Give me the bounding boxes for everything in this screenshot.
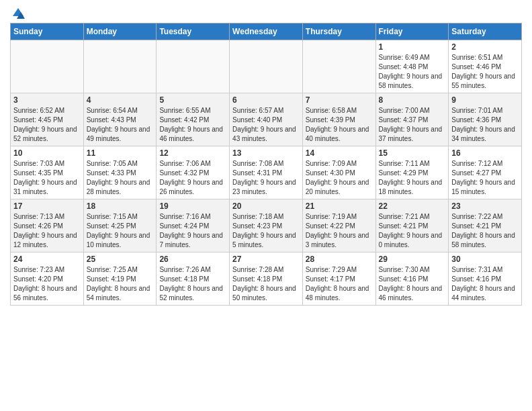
calendar-cell: 15Sunrise: 7:11 AM Sunset: 4:29 PM Dayli… [375,146,449,199]
day-number: 2 [451,42,519,52]
day-info: Sunrise: 7:01 AM Sunset: 4:36 PM Dayligh… [451,106,519,144]
day-number: 21 [306,201,373,211]
day-number: 14 [306,148,373,158]
day-info: Sunrise: 7:28 AM Sunset: 4:18 PM Dayligh… [232,265,300,303]
day-number: 6 [232,95,300,105]
calendar-cell: 28Sunrise: 7:29 AM Sunset: 4:17 PM Dayli… [302,253,375,306]
calendar-cell: 18Sunrise: 7:15 AM Sunset: 4:25 PM Dayli… [83,199,157,253]
day-info: Sunrise: 7:18 AM Sunset: 4:23 PM Dayligh… [232,212,300,250]
day-number: 16 [451,148,519,158]
calendar-week-row: 1Sunrise: 6:49 AM Sunset: 4:48 PM Daylig… [11,40,522,93]
day-info: Sunrise: 7:12 AM Sunset: 4:27 PM Dayligh… [451,159,519,197]
day-number: 4 [87,95,154,105]
calendar-cell: 10Sunrise: 7:03 AM Sunset: 4:35 PM Dayli… [11,146,84,199]
day-info: Sunrise: 7:08 AM Sunset: 4:31 PM Dayligh… [232,159,300,197]
calendar-cell: 12Sunrise: 7:06 AM Sunset: 4:32 PM Dayli… [157,146,230,199]
day-number: 26 [159,255,226,264]
day-info: Sunrise: 6:55 AM Sunset: 4:42 PM Dayligh… [159,106,226,144]
calendar-cell: 13Sunrise: 7:08 AM Sunset: 4:31 PM Dayli… [230,146,303,199]
day-number: 29 [379,255,446,264]
weekday-header: Saturday [449,24,522,40]
day-number: 11 [87,148,154,158]
calendar-week-row: 17Sunrise: 7:13 AM Sunset: 4:26 PM Dayli… [11,199,522,253]
calendar-cell: 11Sunrise: 7:05 AM Sunset: 4:33 PM Dayli… [83,146,157,199]
day-info: Sunrise: 6:52 AM Sunset: 4:45 PM Dayligh… [13,106,81,144]
calendar-cell: 17Sunrise: 7:13 AM Sunset: 4:26 PM Dayli… [11,199,84,253]
calendar-cell: 6Sunrise: 6:57 AM Sunset: 4:40 PM Daylig… [230,93,303,146]
calendar-cell: 7Sunrise: 6:58 AM Sunset: 4:39 PM Daylig… [302,93,375,146]
day-info: Sunrise: 6:51 AM Sunset: 4:46 PM Dayligh… [451,53,519,91]
day-info: Sunrise: 7:13 AM Sunset: 4:26 PM Dayligh… [13,212,81,250]
calendar-header: SundayMondayTuesdayWednesdayThursdayFrid… [11,24,522,40]
calendar-cell [83,40,157,93]
calendar-cell: 24Sunrise: 7:23 AM Sunset: 4:20 PM Dayli… [11,253,84,306]
day-info: Sunrise: 6:57 AM Sunset: 4:40 PM Dayligh… [232,106,300,144]
calendar-cell [230,40,303,93]
day-number: 12 [159,148,226,158]
day-info: Sunrise: 7:30 AM Sunset: 4:16 PM Dayligh… [379,265,446,303]
day-info: Sunrise: 7:16 AM Sunset: 4:24 PM Dayligh… [159,212,226,250]
calendar-cell [302,40,375,93]
calendar-week-row: 24Sunrise: 7:23 AM Sunset: 4:20 PM Dayli… [11,253,522,306]
weekday-header: Friday [375,24,449,40]
day-info: Sunrise: 7:06 AM Sunset: 4:32 PM Dayligh… [159,159,226,197]
calendar-cell [157,40,230,93]
calendar-cell: 8Sunrise: 7:00 AM Sunset: 4:37 PM Daylig… [375,93,449,146]
day-info: Sunrise: 7:26 AM Sunset: 4:18 PM Dayligh… [159,265,226,303]
calendar-week-row: 10Sunrise: 7:03 AM Sunset: 4:35 PM Dayli… [11,146,522,199]
calendar-cell: 20Sunrise: 7:18 AM Sunset: 4:23 PM Dayli… [230,199,303,253]
day-info: Sunrise: 7:11 AM Sunset: 4:29 PM Dayligh… [379,159,446,197]
calendar-cell: 27Sunrise: 7:28 AM Sunset: 4:18 PM Dayli… [230,253,303,306]
calendar-cell: 25Sunrise: 7:25 AM Sunset: 4:19 PM Dayli… [83,253,157,306]
day-number: 1 [379,42,446,52]
calendar-cell: 23Sunrise: 7:22 AM Sunset: 4:21 PM Dayli… [449,199,522,253]
weekday-header: Wednesday [230,24,303,40]
logo-icon [11,7,25,20]
day-number: 19 [159,201,226,211]
day-number: 23 [451,201,519,211]
calendar-cell: 5Sunrise: 6:55 AM Sunset: 4:42 PM Daylig… [157,93,230,146]
day-number: 15 [379,148,446,158]
day-number: 5 [159,95,226,105]
calendar-cell: 4Sunrise: 6:54 AM Sunset: 4:43 PM Daylig… [83,93,157,146]
calendar-cell: 16Sunrise: 7:12 AM Sunset: 4:27 PM Dayli… [449,146,522,199]
day-info: Sunrise: 6:58 AM Sunset: 4:39 PM Dayligh… [306,106,373,144]
calendar-cell: 22Sunrise: 7:21 AM Sunset: 4:21 PM Dayli… [375,199,449,253]
calendar-cell: 19Sunrise: 7:16 AM Sunset: 4:24 PM Dayli… [157,199,230,253]
day-number: 24 [13,255,81,264]
calendar-cell: 1Sunrise: 6:49 AM Sunset: 4:48 PM Daylig… [375,40,449,93]
day-info: Sunrise: 6:54 AM Sunset: 4:43 PM Dayligh… [87,106,154,144]
day-info: Sunrise: 7:29 AM Sunset: 4:17 PM Dayligh… [306,265,373,303]
calendar-cell: 3Sunrise: 6:52 AM Sunset: 4:45 PM Daylig… [11,93,84,146]
logo-area [10,7,25,17]
day-number: 10 [13,148,81,158]
day-number: 22 [379,201,446,211]
day-info: Sunrise: 7:21 AM Sunset: 4:21 PM Dayligh… [379,212,446,250]
day-number: 9 [451,95,519,105]
calendar-body: 1Sunrise: 6:49 AM Sunset: 4:48 PM Daylig… [11,40,522,306]
day-info: Sunrise: 7:25 AM Sunset: 4:19 PM Dayligh… [87,265,154,303]
logo [10,7,25,20]
day-number: 8 [379,95,446,105]
calendar-cell: 9Sunrise: 7:01 AM Sunset: 4:36 PM Daylig… [449,93,522,146]
day-info: Sunrise: 7:31 AM Sunset: 4:16 PM Dayligh… [451,265,519,303]
calendar-cell: 30Sunrise: 7:31 AM Sunset: 4:16 PM Dayli… [449,253,522,306]
day-number: 30 [451,255,519,264]
weekday-header: Thursday [302,24,375,40]
calendar-cell: 21Sunrise: 7:19 AM Sunset: 4:22 PM Dayli… [302,199,375,253]
weekday-header: Sunday [11,24,84,40]
page: SundayMondayTuesdayWednesdayThursdayFrid… [0,0,532,312]
calendar-cell: 14Sunrise: 7:09 AM Sunset: 4:30 PM Dayli… [302,146,375,199]
day-number: 28 [306,255,373,264]
day-number: 17 [13,201,81,211]
day-number: 3 [13,95,81,105]
day-info: Sunrise: 7:22 AM Sunset: 4:21 PM Dayligh… [451,212,519,250]
day-info: Sunrise: 7:19 AM Sunset: 4:22 PM Dayligh… [306,212,373,250]
calendar-week-row: 3Sunrise: 6:52 AM Sunset: 4:45 PM Daylig… [11,93,522,146]
day-number: 25 [87,255,154,264]
weekday-row: SundayMondayTuesdayWednesdayThursdayFrid… [11,24,522,40]
weekday-header: Monday [83,24,157,40]
calendar: SundayMondayTuesdayWednesdayThursdayFrid… [10,23,522,306]
calendar-cell [11,40,84,93]
day-info: Sunrise: 7:15 AM Sunset: 4:25 PM Dayligh… [87,212,154,250]
